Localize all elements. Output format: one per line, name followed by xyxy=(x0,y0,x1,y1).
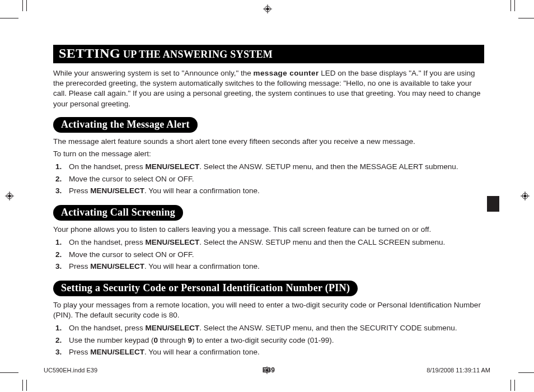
step-number: 1. xyxy=(55,237,62,248)
intro-paragraph: While your answering system is set to "A… xyxy=(53,68,484,109)
step-text: . You will hear a confirmation tone. xyxy=(144,348,260,356)
section-intro-line: To turn on the message alert: xyxy=(53,149,484,159)
step-text: Press xyxy=(69,262,90,270)
step-bold: 0 xyxy=(154,336,158,344)
title-rest: UP THE ANSWERING SYSTEM xyxy=(120,49,273,60)
step-number: 3. xyxy=(55,347,62,358)
page-title: SETTING UP THE ANSWERING SYSTEM xyxy=(53,45,484,63)
step-bold: 9 xyxy=(188,336,192,344)
section: Activating the Message AlertThe message … xyxy=(53,117,484,197)
crop-mark xyxy=(518,372,534,373)
step-number: 2. xyxy=(55,174,62,185)
crop-mark xyxy=(22,380,23,391)
intro-text: While your answering system is set to "A… xyxy=(53,69,254,77)
registration-mark-icon xyxy=(5,192,14,200)
step-item: 1.On the handset, press MENU/SELECT. Sel… xyxy=(55,237,484,248)
registration-mark-icon xyxy=(263,4,272,13)
step-text: Press xyxy=(69,348,90,356)
section: Activating Call ScreeningYour phone allo… xyxy=(53,205,484,272)
step-text: . Select the ANSW. SETUP menu, and then … xyxy=(199,324,457,332)
intro-bold: message counter xyxy=(254,69,319,77)
step-text: Move the cursor to select ON or OFF. xyxy=(69,175,194,183)
step-number: 1. xyxy=(55,323,62,334)
section-heading: Setting a Security Code or Personal Iden… xyxy=(53,281,358,296)
crop-mark xyxy=(514,0,515,11)
step-number: 3. xyxy=(55,261,62,272)
step-text: . Select the ANSW. SETUP menu, and then … xyxy=(199,162,458,171)
crop-mark xyxy=(510,380,511,391)
section-heading: Activating Call Screening xyxy=(53,205,183,221)
step-text: On the handset, press xyxy=(69,238,146,246)
step-bold: MENU/SELECT xyxy=(146,324,200,332)
step-text: Press xyxy=(69,186,90,195)
title-strong: SETTING xyxy=(59,46,120,60)
step-bold: MENU/SELECT xyxy=(90,186,144,195)
step-number: 1. xyxy=(55,161,62,172)
step-item: 1.On the handset, press MENU/SELECT. Sel… xyxy=(55,323,484,334)
crop-mark xyxy=(0,372,18,373)
footer-file: UC590EH.indd E39 xyxy=(44,367,97,374)
step-item: 2.Move the cursor to select ON or OFF. xyxy=(55,249,484,260)
crop-mark xyxy=(518,18,534,18)
step-bold: MENU/SELECT xyxy=(146,162,200,171)
step-number: 2. xyxy=(55,335,62,346)
crop-mark xyxy=(514,380,515,391)
crop-mark xyxy=(510,0,511,11)
crop-mark xyxy=(26,0,27,11)
step-text: Use the number keypad ( xyxy=(69,336,154,344)
step-list: 1.On the handset, press MENU/SELECT. Sel… xyxy=(55,161,484,197)
crop-mark xyxy=(0,18,18,18)
section-intro-line: The message alert feature sounds a short… xyxy=(53,137,484,147)
step-list: 1.On the handset, press MENU/SELECT. Sel… xyxy=(55,237,484,272)
registration-mark-icon xyxy=(263,366,271,375)
step-item: 2.Move the cursor to select ON or OFF. xyxy=(55,174,484,185)
step-bold: MENU/SELECT xyxy=(90,262,144,270)
section-intro-line: Your phone allows you to listen to calle… xyxy=(53,225,484,235)
step-item: 3.Press MENU/SELECT. You will hear a con… xyxy=(55,185,484,197)
step-bold: MENU/SELECT xyxy=(90,348,144,356)
registration-mark-icon xyxy=(521,192,530,200)
step-bold: MENU/SELECT xyxy=(146,238,200,246)
step-text: . Select the ANSW. SETUP menu and then t… xyxy=(199,238,445,246)
crop-mark xyxy=(26,380,27,391)
footer-datetime: 8/19/2008 11:39:11 AM xyxy=(427,367,490,374)
step-item: 3.Press MENU/SELECT. You will hear a con… xyxy=(55,261,484,272)
step-item: 1.On the handset, press MENU/SELECT. Sel… xyxy=(55,161,484,172)
step-number: 2. xyxy=(55,249,62,260)
step-item: 3.Press MENU/SELECT. You will hear a con… xyxy=(55,347,484,358)
step-text: . You will hear a confirmation tone. xyxy=(144,262,260,270)
step-text: ) to enter a two-digit security code (01… xyxy=(192,336,334,344)
step-text: Move the cursor to select ON or OFF. xyxy=(69,250,194,259)
step-number: 3. xyxy=(55,185,62,197)
section: Setting a Security Code or Personal Iden… xyxy=(53,281,484,358)
step-item: 2.Use the number keypad (0 through 9) to… xyxy=(55,335,484,346)
crop-mark xyxy=(22,0,23,11)
section-intro-line: To play your messages from a remote loca… xyxy=(53,300,484,320)
step-list: 1.On the handset, press MENU/SELECT. Sel… xyxy=(55,323,484,358)
thumb-tab xyxy=(487,196,499,212)
footer: UC590EH.indd E39 8/19/2008 11:39:11 AM xyxy=(44,367,490,374)
page-content: SETTING UP THE ANSWERING SYSTEM While yo… xyxy=(53,45,484,374)
section-heading: Activating the Message Alert xyxy=(53,117,198,133)
step-text: through xyxy=(158,336,188,344)
step-text: On the handset, press xyxy=(69,324,146,332)
step-text: . You will hear a confirmation tone. xyxy=(144,186,260,195)
step-text: On the handset, press xyxy=(69,162,146,171)
